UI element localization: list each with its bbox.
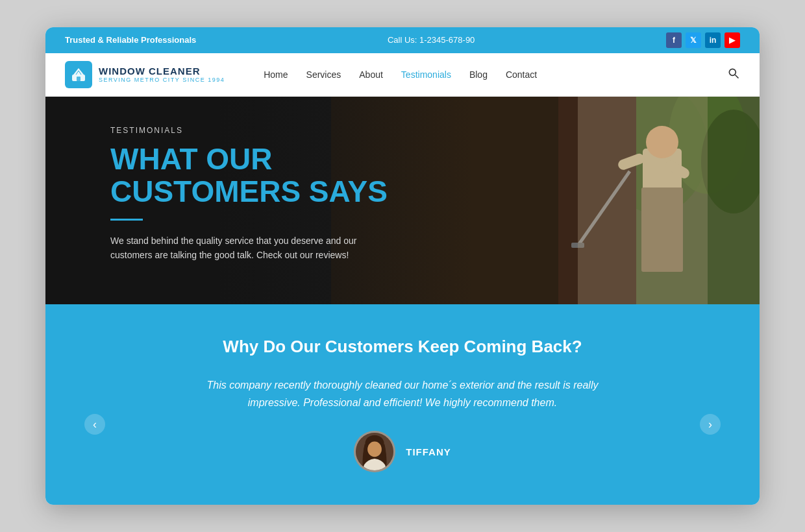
svg-rect-13: [617, 152, 646, 171]
hero-title-line2: CUSTOMERS SAYS: [110, 175, 388, 208]
testimonials-carousel: ‹ This company recently thoroughly clean…: [65, 376, 740, 472]
testimonial-quote: This company recently thoroughly cleaned…: [182, 376, 623, 411]
nav-services[interactable]: Services: [306, 69, 341, 80]
hero-title-line1: WHAT OUR: [110, 142, 273, 176]
svg-rect-14: [663, 158, 691, 180]
author-avatar: [354, 431, 395, 472]
search-button[interactable]: [727, 67, 740, 82]
svg-rect-10: [643, 149, 682, 265]
top-bar: Trusted & Reliable Professionals Call Us…: [45, 27, 760, 53]
hero-section: TESTIMONIALS WHAT OUR CUSTOMERS SAYS We …: [45, 97, 760, 304]
svg-rect-9: [558, 97, 636, 304]
logo-icon: [65, 61, 92, 88]
nav-blog[interactable]: Blog: [469, 69, 488, 80]
svg-point-11: [646, 126, 678, 158]
testimonials-heading: Why Do Our Customers Keep Coming Back?: [65, 337, 740, 357]
testimonial-content: This company recently thoroughly cleaned…: [182, 376, 623, 472]
nav-links: Home Services About Testimonials Blog Co…: [264, 69, 727, 80]
phone-text: Call Us: 1-2345-678-90: [388, 35, 475, 45]
logo-area: WINDOW CLEANER SERVING METRO CITY SINCE …: [65, 61, 225, 88]
logo-subtitle: SERVING METRO CITY SINCE 1994: [99, 77, 225, 83]
svg-rect-12: [641, 187, 683, 272]
hero-content: TESTIMONIALS WHAT OUR CUSTOMERS SAYS We …: [45, 97, 435, 292]
logo-name: WINDOW CLEANER: [99, 66, 225, 77]
svg-point-19: [367, 442, 382, 457]
svg-rect-16: [571, 243, 584, 248]
carousel-prev-button[interactable]: ‹: [84, 414, 105, 435]
logo-svg: [69, 66, 88, 84]
facebook-icon[interactable]: f: [666, 32, 682, 48]
search-icon: [727, 67, 740, 80]
twitter-icon[interactable]: 𝕏: [686, 32, 701, 48]
author-name: TIFFANY: [406, 446, 451, 457]
social-icons: f 𝕏 in ▶: [666, 32, 740, 48]
nav-about[interactable]: About: [359, 69, 383, 80]
nav-bar: WINDOW CLEANER SERVING METRO CITY SINCE …: [45, 53, 760, 97]
youtube-icon[interactable]: ▶: [724, 32, 740, 48]
testimonial-author: TIFFANY: [182, 431, 623, 472]
nav-contact[interactable]: Contact: [506, 69, 537, 80]
avatar-image: [356, 431, 393, 472]
svg-line-3: [736, 75, 739, 78]
svg-rect-1: [77, 77, 80, 81]
nav-home[interactable]: Home: [264, 69, 288, 80]
hero-title: WHAT OUR CUSTOMERS SAYS: [110, 143, 435, 208]
logo-text: WINDOW CLEANER SERVING METRO CITY SINCE …: [99, 66, 225, 83]
linkedin-icon[interactable]: in: [705, 32, 721, 48]
hero-description: We stand behind the quality service that…: [110, 234, 390, 263]
svg-point-2: [729, 69, 736, 75]
hero-label: TESTIMONIALS: [110, 126, 435, 135]
browser-window: Trusted & Reliable Professionals Call Us…: [45, 27, 760, 505]
tagline-text: Trusted & Reliable Professionals: [65, 35, 196, 45]
hero-divider: [110, 219, 143, 221]
nav-testimonials[interactable]: Testimonials: [401, 69, 451, 80]
svg-line-15: [578, 171, 630, 246]
svg-point-5: [604, 97, 708, 213]
carousel-next-button[interactable]: ›: [700, 414, 721, 435]
testimonials-section: Why Do Our Customers Keep Coming Back? ‹…: [45, 304, 760, 505]
